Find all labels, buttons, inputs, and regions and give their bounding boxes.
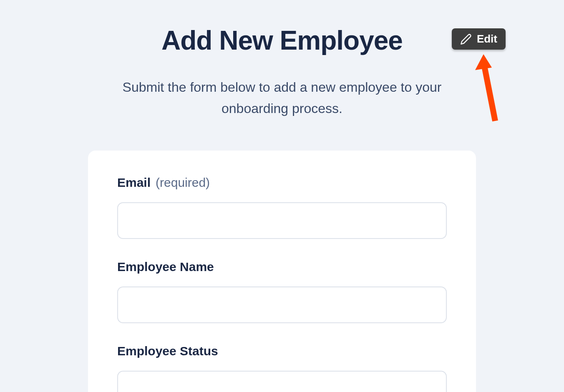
field-label-wrap: Employee Name [117,260,447,274]
edit-button-label: Edit [477,33,497,45]
employee-name-label: Employee Name [117,260,214,274]
email-required-text: (required) [156,176,210,190]
field-label-wrap: Email (required) [117,176,447,190]
page-container: Add New Employee Submit the form below t… [0,0,564,392]
form-field-email: Email (required) [117,176,447,239]
employee-status-label: Employee Status [117,344,218,358]
form-field-employee-name: Employee Name [117,260,447,323]
form-card: Email (required) Employee Name Employee … [88,151,476,392]
field-label-wrap: Employee Status [117,344,447,358]
email-label: Email [117,176,151,190]
header-section: Add New Employee Submit the form below t… [94,25,470,119]
employee-status-input[interactable] [117,371,447,392]
page-subtitle: Submit the form below to add a new emplo… [105,77,459,119]
form-field-employee-status: Employee Status [117,344,447,392]
page-title: Add New Employee [103,25,461,56]
email-input[interactable] [117,202,447,239]
edit-button[interactable]: Edit [452,28,506,50]
employee-name-input[interactable] [117,286,447,323]
pencil-icon [460,33,472,45]
